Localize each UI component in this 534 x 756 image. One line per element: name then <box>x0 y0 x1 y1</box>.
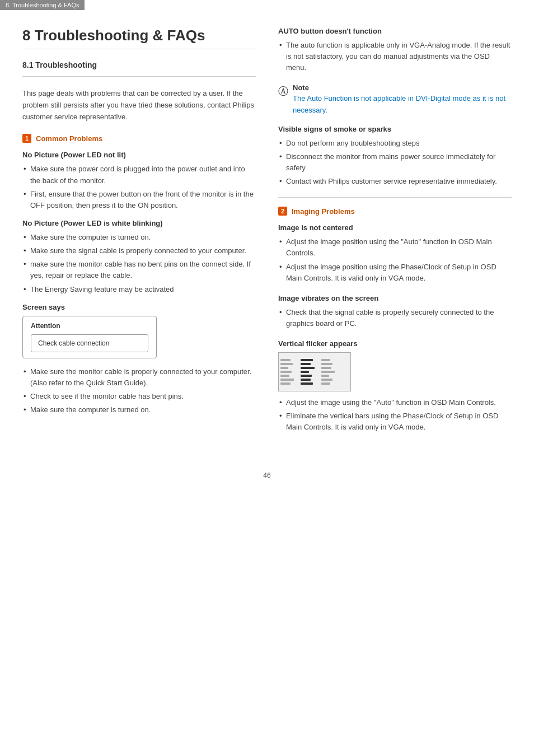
left-column: 8 Troubleshooting & FAQs 8.1 Troubleshoo… <box>22 27 256 444</box>
note-text: The Auto Function is not applicable in D… <box>293 93 512 115</box>
list-item: Adjust the image position using the Phas… <box>278 262 512 284</box>
page-number: 46 <box>0 466 534 491</box>
imaging-problems-label: Imaging Problems <box>292 207 355 216</box>
image-vibrates-title: Image vibrates on the screen <box>278 294 512 302</box>
image-not-centered-title: Image is not centered <box>278 223 512 232</box>
imaging-problems-badge: 2 <box>278 207 287 216</box>
tab-bar: 8. Troubleshooting & FAQs <box>0 0 534 10</box>
list-item: Make sure the monitor cable is properly … <box>22 366 256 389</box>
attention-title: Attention <box>31 322 148 330</box>
section-divider <box>22 76 256 77</box>
list-item: Make sure the computer is turned on. <box>22 404 256 416</box>
no-picture-led-not-lit-list: Make sure the power cord is plugged into… <box>22 164 256 211</box>
title-divider <box>22 49 256 49</box>
visible-signs-title: Visible signs of smoke or sparks <box>278 125 512 133</box>
image-not-centered-list: Adjust the image position using the "Aut… <box>278 236 512 284</box>
vertical-flicker-section: Vertical flicker appears <box>278 339 512 433</box>
flicker-col-1 <box>279 353 296 391</box>
right-divider-1 <box>278 197 512 198</box>
no-picture-led-blinking-title: No Picture (Power LED is white blinking) <box>22 219 256 227</box>
section-8-1-heading: 8.1 Troubleshooting <box>22 60 256 69</box>
list-item: Check that the signal cable is properly … <box>278 307 512 329</box>
screen-says-list: Make sure the monitor cable is properly … <box>22 366 256 416</box>
list-item: make sure the monitor cable has no bent … <box>22 259 256 281</box>
vertical-flicker-title: Vertical flicker appears <box>278 339 512 348</box>
list-item: Adjust the image position using the "Aut… <box>278 236 512 259</box>
screen-says-label: Screen says <box>22 303 256 311</box>
common-problems-section-header: 1 Common Problems <box>22 134 256 143</box>
list-item: The Energy Saving feature may be activat… <box>22 284 256 295</box>
visible-signs-section: Visible signs of smoke or sparks Do not … <box>278 125 512 188</box>
list-item: Make sure the computer is turned on. <box>22 232 256 243</box>
common-problems-badge: 1 <box>22 134 31 143</box>
note-content: Note The Auto Function is not applicable… <box>293 83 512 115</box>
note-label: Note <box>293 83 512 92</box>
list-item: Do not perform any troubleshooting steps <box>278 138 512 149</box>
list-item: Make sure the signal cable is properly c… <box>22 245 256 256</box>
check-cable-text: Check cable connection <box>31 334 148 352</box>
list-item: The auto function is applicable only in … <box>278 40 512 73</box>
tab-label: 8. Troubleshooting & FAQs <box>0 0 85 10</box>
image-not-centered-section: Image is not centered Adjust the image p… <box>278 223 512 284</box>
imaging-problems-section-header: 2 Imaging Problems <box>278 207 512 216</box>
note-icon: Ⓐ <box>278 85 288 98</box>
right-column: AUTO button doesn't function The auto fu… <box>278 27 512 444</box>
list-item: Make sure the power cord is plugged into… <box>22 164 256 186</box>
page-title: 8 Troubleshooting & FAQs <box>22 27 256 44</box>
screen-says-box: Attention Check cable connection <box>22 316 157 358</box>
list-item: Adjust the image using the "Auto" functi… <box>278 397 512 408</box>
flicker-col-2 <box>299 353 316 391</box>
auto-button-list: The auto function is applicable only in … <box>278 40 512 73</box>
page: 8. Troubleshooting & FAQs 8 Troubleshoot… <box>0 0 534 756</box>
vertical-flicker-image <box>278 352 351 391</box>
common-problems-label: Common Problems <box>36 134 102 143</box>
list-item: Eliminate the vertical bars using the Ph… <box>278 410 512 433</box>
content-area: 8 Troubleshooting & FAQs 8.1 Troubleshoo… <box>0 10 534 466</box>
image-vibrates-section: Image vibrates on the screen Check that … <box>278 294 512 329</box>
list-item: First, ensure that the power button on t… <box>22 189 256 211</box>
flicker-col-3 <box>320 353 336 391</box>
no-picture-led-not-lit-title: No Picture (Power LED not lit) <box>22 151 256 159</box>
list-item: Contact with Philips customer service re… <box>278 176 512 187</box>
note-box: Ⓐ Note The Auto Function is not applicab… <box>278 83 512 115</box>
visible-signs-list: Do not perform any troubleshooting steps… <box>278 138 512 188</box>
list-item: Disconnect the monitor from mains power … <box>278 151 512 174</box>
list-item: Check to see if the monitor cable has be… <box>22 391 256 402</box>
vertical-flicker-list: Adjust the image using the "Auto" functi… <box>278 397 512 433</box>
intro-text: This page deals with problems that can b… <box>22 88 256 123</box>
auto-button-title: AUTO button doesn't function <box>278 27 512 35</box>
image-vibrates-list: Check that the signal cable is properly … <box>278 307 512 329</box>
auto-button-section: AUTO button doesn't function The auto fu… <box>278 27 512 73</box>
no-picture-led-blinking-list: Make sure the computer is turned on. Mak… <box>22 232 256 295</box>
